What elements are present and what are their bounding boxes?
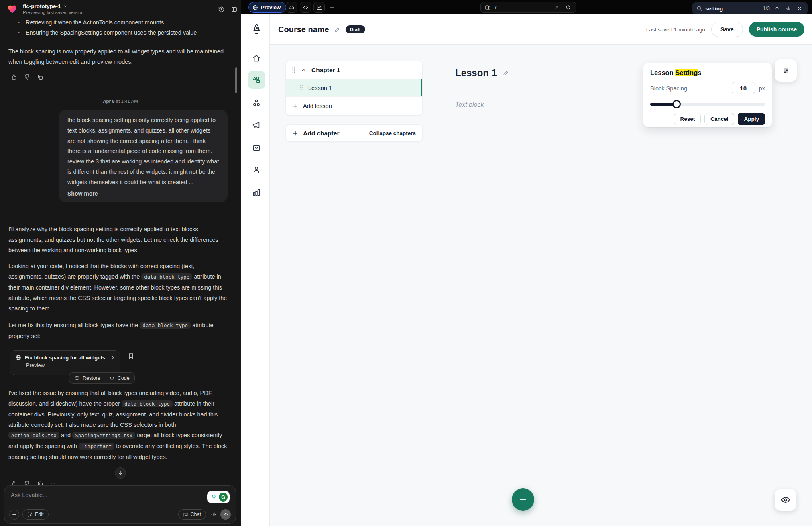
status-badge: Draft [346, 25, 365, 33]
bullet-item: Retrieving it when the ActionTools compo… [17, 18, 226, 28]
lesson-list-item[interactable]: Lesson 1 [286, 79, 422, 96]
toggle-panel-icon[interactable] [230, 5, 238, 13]
preview-label: Preview [261, 4, 281, 10]
plus-icon [292, 103, 298, 109]
course-editor-content: Chapter 1 Lesson 1 Add lesson Add chapte… [270, 45, 812, 526]
search-highlight: Setting [675, 69, 698, 76]
save-button[interactable]: Save [711, 22, 743, 37]
block-spacing-slider[interactable] [650, 100, 765, 108]
message-actions [11, 73, 56, 80]
refresh-icon[interactable] [564, 4, 572, 12]
block-spacing-input[interactable] [732, 82, 755, 94]
preview-status-text: Previewing last saved version [23, 10, 84, 15]
edit-label: Edit [35, 512, 44, 517]
history-icon[interactable] [217, 5, 225, 13]
nav-home-icon[interactable] [248, 49, 265, 67]
settings-toggle-button[interactable] [775, 59, 797, 82]
add-chapter-button[interactable]: Add chapter [292, 130, 339, 137]
code-view-button[interactable] [300, 2, 311, 13]
chat-input-toolbar: Edit Chat [9, 509, 231, 520]
voice-input-icon[interactable] [209, 510, 217, 518]
bookmark-icon[interactable] [128, 353, 135, 360]
chat-message-input[interactable] [11, 492, 143, 498]
search-prev-icon[interactable] [773, 4, 781, 12]
nav-analytics-icon[interactable] [248, 183, 265, 201]
restore-button[interactable]: Restore [83, 375, 100, 381]
inline-code: data-block-type [122, 400, 173, 407]
analytics-button[interactable] [313, 2, 325, 13]
scroll-to-bottom-button[interactable] [115, 467, 126, 479]
add-block-fab[interactable] [512, 488, 534, 511]
course-header: Course name Draft Last saved 1 minute ag… [270, 14, 812, 45]
apply-button[interactable]: Apply [738, 113, 765, 125]
globe-icon [252, 5, 258, 10]
slider-thumb[interactable] [672, 100, 681, 108]
code-button[interactable]: Code [118, 375, 130, 381]
collapse-chapters-button[interactable]: Collapse chapters [369, 130, 416, 136]
nav-announcements-icon[interactable] [248, 116, 265, 134]
timestamp-time: at 1:41 AM [116, 99, 138, 104]
search-next-icon[interactable] [784, 4, 792, 12]
suggestion-bulb-icon [209, 493, 218, 502]
inline-code: SpacingSettings.tsx [72, 432, 135, 439]
text-block-placeholder[interactable]: Text block [455, 101, 484, 108]
lovable-logo-icon [7, 4, 18, 14]
search-icon [696, 6, 702, 11]
publish-course-button[interactable]: Publish course [749, 22, 804, 37]
user-message-text: the block spacing setting is only correc… [67, 115, 219, 188]
nav-profile-icon[interactable] [248, 161, 265, 179]
add-chapter-card: Add chapter Collapse chapters [285, 124, 423, 142]
drag-handle-icon[interactable] [299, 85, 303, 91]
cancel-button[interactable]: Cancel [704, 113, 734, 125]
add-lesson-label: Add lesson [303, 103, 332, 109]
chevron-up-icon[interactable] [301, 67, 307, 73]
chapter-header[interactable]: Chapter 1 [286, 61, 422, 79]
last-saved-text: Last saved 1 minute ago [646, 27, 705, 33]
chat-header: flc-prototype-1 Previewing last saved ve… [0, 0, 241, 18]
reset-button[interactable]: Reset [674, 113, 701, 125]
inline-code: ActionTools.tsx [8, 432, 59, 439]
search-close-icon[interactable] [796, 4, 804, 12]
preview-eye-button[interactable] [775, 489, 796, 511]
version-card-subtitle[interactable]: Preview [10, 361, 120, 368]
thumbs-up-icon[interactable] [11, 73, 18, 80]
title-text: Lesson [650, 69, 675, 76]
chat-mode-button[interactable]: Chat [178, 509, 206, 520]
more-options-icon[interactable] [49, 73, 56, 80]
edit-course-title-icon[interactable] [334, 26, 341, 33]
assistant-paragraph: Looking at your code, I noticed that the… [8, 261, 227, 314]
thumbs-down-icon[interactable] [24, 73, 31, 80]
chat-scrollbar[interactable] [235, 67, 237, 93]
cloud-button[interactable] [286, 2, 297, 13]
restore-icon [74, 375, 80, 381]
preview-mode-button[interactable]: Preview [248, 2, 286, 13]
edit-version-card[interactable]: Fix block spacing for all widgets Previe… [10, 350, 120, 375]
search-input[interactable] [705, 6, 757, 12]
copy-icon[interactable] [37, 73, 43, 80]
paragraph-text: Let me fix this by ensuring all block ty… [8, 322, 140, 328]
url-path[interactable]: / [495, 4, 548, 10]
drag-handle-icon[interactable] [291, 67, 296, 73]
edit-lesson-title-icon[interactable] [503, 70, 509, 77]
open-external-icon[interactable] [552, 4, 560, 12]
search-match-count: 1/3 [763, 6, 770, 11]
lesson-item-title: Lesson 1 [308, 85, 332, 91]
grammarly-badge[interactable]: G [207, 491, 230, 503]
chat-input-box: G Edit Chat [4, 485, 236, 524]
project-menu[interactable]: flc-prototype-1 [23, 3, 68, 9]
nav-groups-icon[interactable] [248, 94, 265, 112]
project-title: flc-prototype-1 [23, 3, 61, 9]
send-button[interactable] [220, 509, 231, 520]
attach-button[interactable] [9, 510, 19, 520]
nav-store-icon[interactable] [248, 139, 265, 157]
edit-mode-button[interactable]: Edit [22, 509, 49, 520]
preview-url-bar[interactable]: / [480, 2, 576, 13]
show-more-link[interactable]: Show more [67, 190, 98, 197]
app-nav-rail [243, 14, 270, 526]
version-toolbar: Restore Code [69, 372, 135, 384]
chat-panel: flc-prototype-1 Previewing last saved ve… [0, 0, 241, 526]
add-tab-button[interactable] [327, 2, 337, 13]
nav-courses-icon[interactable] [248, 71, 265, 89]
add-lesson-button[interactable]: Add lesson [286, 96, 422, 115]
assistant-bullet-list: Retrieving it when the ActionTools compo… [17, 18, 226, 38]
